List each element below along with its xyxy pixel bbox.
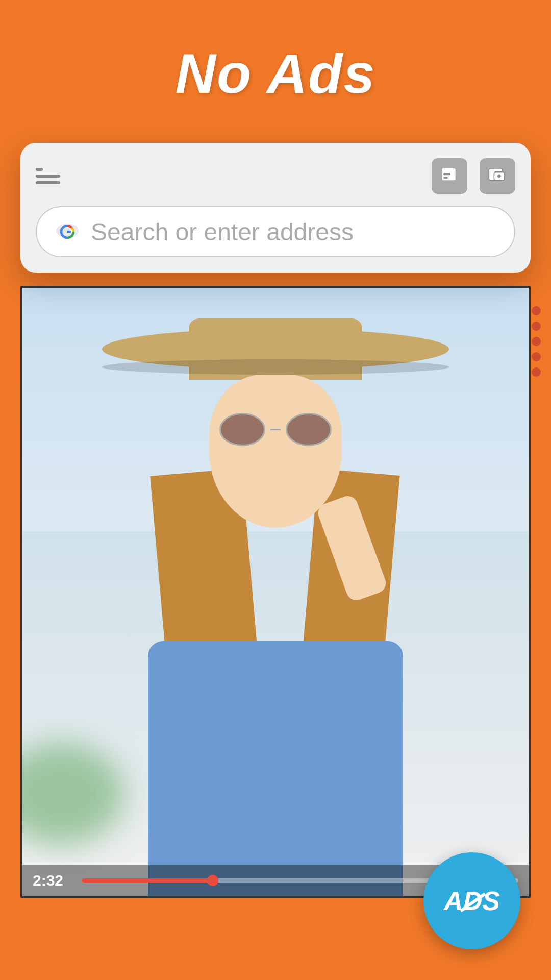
header-title-container: No Ads bbox=[0, 41, 551, 106]
menu-line-3 bbox=[36, 181, 60, 184]
video-content: 2:32 bbox=[22, 288, 529, 896]
menu-button[interactable] bbox=[36, 168, 60, 184]
dot-4 bbox=[532, 352, 541, 361]
toolbar-left bbox=[36, 168, 60, 184]
svg-rect-2 bbox=[443, 177, 447, 179]
search-placeholder-text: Search or enter address bbox=[91, 218, 354, 246]
toolbar-right bbox=[432, 158, 515, 194]
page-title: No Ads bbox=[0, 41, 551, 106]
decorative-dots bbox=[532, 306, 541, 377]
search-bar[interactable]: Search or enter address bbox=[36, 206, 515, 257]
dot-2 bbox=[532, 322, 541, 331]
no-ads-badge: A D S bbox=[423, 852, 520, 949]
private-tab-icon bbox=[439, 166, 460, 186]
progress-thumb[interactable] bbox=[207, 875, 218, 886]
progress-fill bbox=[82, 878, 213, 883]
dot-3 bbox=[532, 337, 541, 346]
badge-slash-container: D bbox=[463, 888, 483, 914]
new-tab-button[interactable] bbox=[480, 158, 515, 194]
svg-rect-1 bbox=[443, 173, 450, 175]
new-tab-icon bbox=[487, 166, 508, 186]
google-search-icon bbox=[52, 216, 83, 247]
person-figure bbox=[97, 318, 454, 896]
lens-left bbox=[219, 413, 265, 446]
private-tab-button[interactable] bbox=[432, 158, 467, 194]
hat-shadow bbox=[102, 359, 449, 375]
browser-toolbar bbox=[36, 158, 515, 194]
shirt bbox=[148, 641, 403, 896]
video-timestamp: 2:32 bbox=[33, 872, 73, 889]
browser-mockup: Search or enter address bbox=[20, 143, 531, 273]
slash-icon bbox=[460, 893, 486, 912]
glasses-bridge bbox=[270, 429, 281, 430]
lens-right bbox=[286, 413, 332, 446]
menu-line-1 bbox=[36, 168, 43, 171]
video-container: 2:32 bbox=[20, 286, 531, 898]
dot-5 bbox=[532, 368, 541, 377]
no-ads-badge-text: A D S bbox=[444, 888, 500, 914]
sunglasses bbox=[219, 413, 332, 446]
dot-1 bbox=[532, 306, 541, 315]
menu-line-2 bbox=[36, 175, 60, 178]
